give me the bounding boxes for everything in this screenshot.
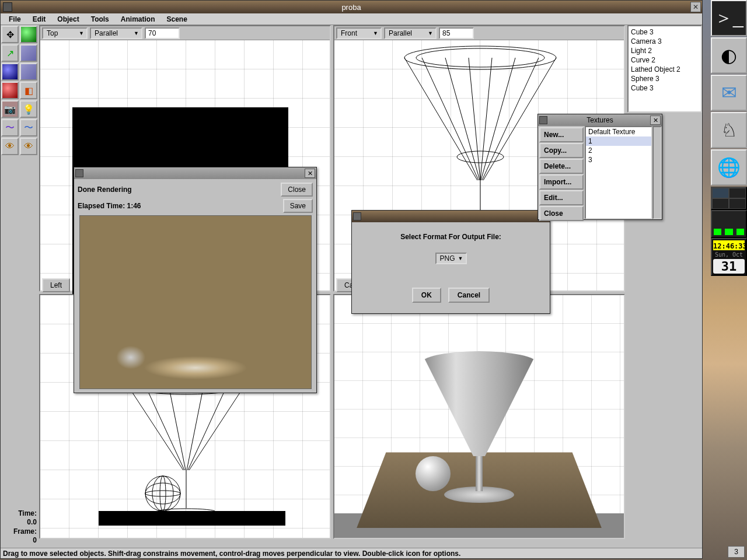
svg-line-22 (188, 386, 227, 470)
dock-globe-icon[interactable]: 🌐 (711, 149, 747, 186)
textures-titlebar[interactable]: Textures ✕ (538, 114, 662, 126)
rendered-sphere (416, 456, 451, 491)
rendered-glass-body (421, 351, 537, 456)
texture-item[interactable]: 3 (586, 155, 651, 164)
format-dialog-titlebar[interactable]: ✕ (352, 211, 550, 222)
rotate-tool[interactable] (20, 26, 37, 43)
textures-scrollbar[interactable] (652, 126, 662, 219)
close-window-button[interactable]: ✕ (690, 2, 701, 12)
scale-field-top[interactable]: 70 (145, 27, 180, 39)
textures-import-button[interactable]: Import... (539, 174, 584, 190)
view-dropdown-front[interactable]: Front (336, 27, 382, 39)
format-dialog: ✕ Select Format For Output File: PNG OK … (351, 210, 550, 314)
scene-object-list[interactable]: Cube 3 Camera 3 Light 2 Curve 2 Lathed O… (627, 25, 702, 113)
dock-gnu-icon[interactable]: ♘ (711, 112, 747, 148)
dock-app-icon[interactable]: ◐ (711, 37, 747, 74)
scene-item[interactable]: Light 2 (630, 46, 700, 55)
scene-item[interactable]: Cube 3 (630, 83, 700, 93)
svg-point-29 (152, 476, 173, 511)
dock-cpu-meter[interactable] (711, 210, 747, 238)
menu-file[interactable]: File (3, 14, 27, 24)
svg-point-15 (457, 151, 504, 163)
svg-point-26 (145, 476, 180, 511)
create-cube-tool[interactable] (20, 44, 37, 62)
texture-item[interactable]: 2 (586, 146, 651, 155)
textures-close-icon[interactable]: ✕ (650, 116, 661, 125)
scene-item[interactable]: Cube 3 (630, 27, 700, 37)
menu-object[interactable]: Object (51, 14, 85, 24)
format-dropdown[interactable]: PNG (435, 253, 467, 264)
scene-item[interactable]: Camera 3 (630, 37, 700, 46)
desktop: proba ✕ File Edit Object Tools Animation… (0, 0, 747, 560)
move-tool[interactable]: ✥ (1, 26, 19, 43)
render-done-label: Done Rendering (78, 186, 132, 194)
view-move-tool[interactable]: 👁 (1, 138, 19, 155)
create-mesh-tool[interactable] (1, 82, 19, 99)
dock-terminal-icon[interactable]: ＞_ (711, 0, 747, 36)
textures-edit-button[interactable]: Edit... (539, 190, 584, 205)
curve-tool[interactable]: 〜 (1, 119, 19, 136)
svg-line-21 (145, 386, 184, 470)
create-sphere-tool[interactable] (1, 63, 19, 80)
format-prompt: Select Format For Output File: (364, 233, 538, 241)
menu-animation[interactable]: Animation (115, 14, 161, 24)
menu-scene[interactable]: Scene (160, 14, 193, 24)
proj-dropdown-front[interactable]: Parallel (384, 27, 437, 39)
scene-item[interactable]: Lathed Object 2 (630, 65, 700, 74)
curve2-tool[interactable]: 〜 (20, 119, 37, 136)
menu-edit[interactable]: Edit (27, 14, 52, 24)
textures-copy-button[interactable]: Copy... (539, 143, 584, 158)
menubar: File Edit Object Tools Animation Scene (1, 13, 702, 25)
system-dock: ＞_ ◐ ✉ ♘ 🌐 12:46:33A Sun, Oct 31 (703, 0, 747, 560)
view-dropdown-top[interactable]: Top (42, 27, 88, 39)
proj-dropdown-top[interactable]: Parallel (90, 27, 142, 39)
viewport-camera-canvas[interactable] (334, 295, 624, 538)
scale-tool[interactable]: ↗ (1, 44, 19, 62)
window-title: proba (341, 3, 361, 12)
viewport-top-label[interactable]: Left (42, 278, 70, 292)
workspace-indicator[interactable]: 3 (728, 546, 745, 558)
svg-line-24 (187, 386, 204, 470)
window-menu-icon[interactable] (539, 116, 547, 124)
dock-mail-icon[interactable]: ✉ (711, 75, 747, 111)
camera-tool[interactable]: 📷 (1, 100, 19, 118)
viewport-camera[interactable] (333, 294, 625, 539)
textures-list[interactable]: Default Texture 1 2 3 (585, 126, 652, 219)
textures-panel: Textures ✕ New... Copy... Delete... Impo… (537, 114, 662, 220)
time-value: 0.0 (3, 518, 37, 527)
menu-tools[interactable]: Tools (85, 14, 115, 24)
create-poly-tool[interactable]: ◧ (20, 82, 37, 99)
textures-close-button[interactable]: Close (539, 206, 584, 221)
render-dialog-titlebar[interactable]: ✕ (74, 167, 316, 179)
textures-delete-button[interactable]: Delete... (539, 159, 584, 174)
dock-pager[interactable] (711, 187, 747, 210)
view-rotate-tool[interactable]: 👁 (20, 138, 37, 155)
titlebar[interactable]: proba ✕ (1, 1, 702, 13)
toolbox: ✥ ↗ ◧ 📷 💡 (1, 25, 39, 548)
render-elapsed-label: Elapsed Time: 1:46 (78, 202, 141, 210)
dock-clock[interactable]: 12:46:33A Sun, Oct 31 (711, 238, 747, 276)
status-bar: Drag to move selected objects. Shift-dra… (1, 548, 702, 558)
svg-line-23 (169, 386, 186, 470)
texture-item[interactable]: 1 (586, 136, 651, 146)
window-menu-icon[interactable] (353, 212, 361, 220)
texture-item[interactable]: Default Texture (586, 127, 651, 136)
render-dialog-close-icon[interactable]: ✕ (305, 169, 315, 178)
render-save-button[interactable]: Save (283, 199, 313, 213)
textures-title: Textures (550, 116, 650, 124)
scale-field-front[interactable]: 85 (439, 27, 474, 39)
format-cancel-button[interactable]: Cancel (448, 288, 490, 303)
window-menu-icon[interactable] (3, 2, 12, 12)
scene-item[interactable]: Curve 2 (630, 55, 700, 65)
light-tool[interactable]: 💡 (20, 100, 37, 118)
svg-line-19 (128, 386, 183, 470)
format-ok-button[interactable]: OK (412, 288, 441, 303)
svg-point-28 (145, 491, 180, 496)
textures-new-button[interactable]: New... (539, 127, 584, 142)
render-close-button[interactable]: Close (281, 183, 313, 197)
window-menu-icon[interactable] (75, 169, 83, 177)
frame-value: 0 (3, 536, 37, 545)
create-cylinder-tool[interactable] (20, 63, 37, 80)
time-frame-panel: Time: 0.0 Frame: 0 (1, 507, 39, 548)
scene-item[interactable]: Sphere 3 (630, 74, 700, 83)
